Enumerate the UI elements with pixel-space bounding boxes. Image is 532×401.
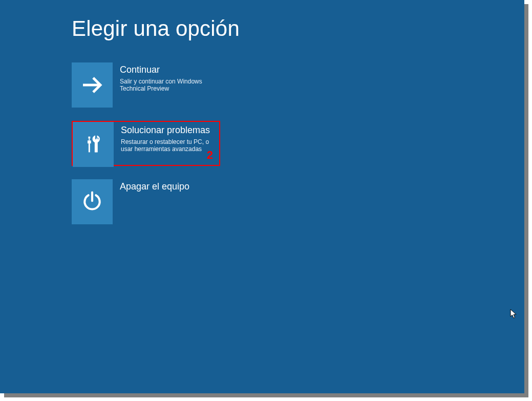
svg-rect-2 [89, 139, 90, 141]
svg-rect-1 [88, 137, 90, 139]
option-title: Solucionar problemas [121, 125, 213, 136]
mouse-cursor-icon [510, 309, 517, 319]
option-desc: Restaurar o restablecer tu PC, o usar he… [121, 138, 213, 153]
tools-icon [73, 122, 114, 167]
svg-rect-5 [95, 141, 97, 152]
option-text: Solucionar problemas Restaurar o restabl… [114, 122, 213, 153]
option-continue[interactable]: Continuar Salir y continuar con Windows … [72, 62, 220, 108]
option-shutdown[interactable]: Apagar el equipo [72, 179, 220, 224]
svg-rect-6 [95, 135, 97, 139]
option-desc: Salir y continuar con Windows Technical … [120, 78, 212, 93]
recovery-screen: Elegir una opción Continuar Salir y cont… [0, 0, 524, 393]
annotation-badge: 2 [207, 149, 213, 162]
page-title: Elegir una opción [72, 16, 240, 41]
power-icon [72, 179, 113, 224]
option-title: Apagar el equipo [120, 181, 189, 193]
options-list: Continuar Salir y continuar con Windows … [72, 62, 220, 238]
svg-rect-3 [88, 140, 91, 143]
option-text: Apagar el equipo [113, 179, 189, 195]
option-title: Continuar [120, 65, 212, 76]
option-text: Continuar Salir y continuar con Windows … [113, 62, 212, 92]
arrow-right-icon [72, 62, 113, 108]
option-troubleshoot[interactable]: Solucionar problemas Restaurar o restabl… [72, 121, 220, 166]
svg-rect-4 [89, 143, 90, 152]
